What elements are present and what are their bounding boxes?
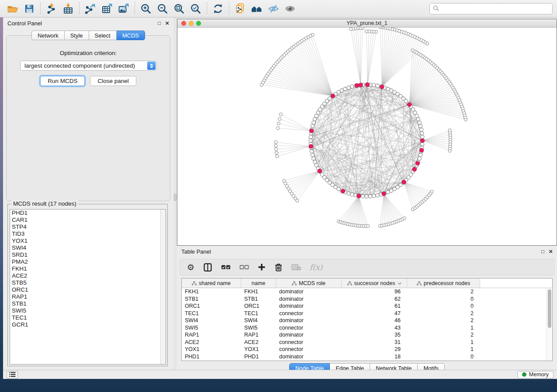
mcds-hub-node[interactable] xyxy=(331,94,335,98)
network-leaf-node[interactable] xyxy=(365,30,368,33)
network-node[interactable] xyxy=(309,135,312,139)
network-leaf-node[interactable] xyxy=(274,148,277,151)
deselect-all-columns-icon[interactable] xyxy=(239,262,249,272)
table-row[interactable]: FKH1FKH1dominator962 xyxy=(182,288,552,296)
mcds-hub-node[interactable] xyxy=(402,180,406,184)
cell-name[interactable]: TEC1 xyxy=(241,310,276,317)
mcds-result-item[interactable]: ORC1 xyxy=(10,286,166,293)
cell-filler[interactable] xyxy=(480,310,552,317)
create-column-button[interactable] xyxy=(258,262,266,272)
network-canvas[interactable] xyxy=(177,28,557,245)
cell-filler[interactable] xyxy=(480,324,552,332)
cell-shared-name[interactable]: SWI4 xyxy=(182,317,241,324)
network-node[interactable] xyxy=(419,124,422,128)
new-network-from-selection-button[interactable] xyxy=(232,2,249,16)
network-leaf-node[interactable] xyxy=(379,28,382,29)
cell-name[interactable]: ORC1 xyxy=(241,303,276,310)
network-node[interactable] xyxy=(313,160,317,164)
cell-successor-nodes[interactable]: 47 xyxy=(342,310,407,317)
cell-shared-name[interactable]: SWI5 xyxy=(182,324,241,332)
network-leaf-node[interactable] xyxy=(260,83,263,86)
cell-predecessor-nodes[interactable]: 2 xyxy=(407,317,480,324)
cell-successor-nodes[interactable]: 61 xyxy=(342,303,407,310)
mcds-hub-node[interactable] xyxy=(341,189,345,193)
table-row[interactable]: SWI4SWI4dominator462 xyxy=(182,317,552,324)
table-settings-gear-icon[interactable]: ⚙ xyxy=(187,262,194,272)
tab-mcds[interactable]: MCDS xyxy=(117,31,145,40)
mcds-hub-node[interactable] xyxy=(419,148,423,152)
network-leaf-node[interactable] xyxy=(430,190,433,193)
import-table-button[interactable] xyxy=(60,2,76,16)
mcds-result-item[interactable]: CAR1 xyxy=(10,217,166,224)
network-node[interactable] xyxy=(315,114,318,117)
cell-mcds-role[interactable]: dominator xyxy=(276,317,342,324)
cell-name[interactable]: SWI4 xyxy=(241,317,276,324)
cell-name[interactable]: YOX1 xyxy=(241,346,276,353)
cell-successor-nodes[interactable]: 96 xyxy=(342,288,407,296)
cell-filler[interactable] xyxy=(480,296,552,303)
mcds-result-item[interactable]: SRD1 xyxy=(10,251,166,258)
network-node[interactable] xyxy=(365,195,368,198)
table-row[interactable]: RAP1RAP1dominator352 xyxy=(182,331,552,339)
network-leaf-node[interactable] xyxy=(403,217,406,220)
network-node[interactable] xyxy=(416,117,420,121)
save-session-button[interactable] xyxy=(21,2,38,16)
cell-mcds-role[interactable]: connector xyxy=(276,346,342,353)
network-node[interactable] xyxy=(376,193,379,197)
hide-selected-button[interactable] xyxy=(265,2,282,16)
cell-shared-name[interactable]: FKH1 xyxy=(182,288,241,296)
mcds-hub-node[interactable] xyxy=(382,192,386,196)
search-input[interactable] xyxy=(429,3,553,14)
network-leaf-node[interactable] xyxy=(276,127,279,130)
home-button[interactable] xyxy=(249,2,265,16)
network-node[interactable] xyxy=(386,87,390,91)
table-row[interactable]: SWI5SWI5connector431 xyxy=(182,324,552,332)
mcds-hub-node[interactable] xyxy=(355,83,359,87)
table-scrollbar[interactable] xyxy=(547,288,551,361)
network-leaf-node[interactable] xyxy=(296,199,299,202)
table-row[interactable]: ORC1ORC1dominator610 xyxy=(182,303,552,310)
cell-filler[interactable] xyxy=(480,353,552,361)
network-leaf-node[interactable] xyxy=(277,122,280,125)
column-header-name[interactable]: name xyxy=(241,279,276,288)
cell-successor-nodes[interactable]: 29 xyxy=(342,346,407,353)
mcds-hub-node[interactable] xyxy=(412,167,416,171)
network-leaf-node[interactable] xyxy=(279,113,282,116)
cell-mcds-role[interactable]: connector xyxy=(276,310,342,317)
cell-predecessor-nodes[interactable]: 2 xyxy=(407,288,480,296)
cell-shared-name[interactable]: RAP1 xyxy=(182,331,241,339)
network-graph[interactable] xyxy=(177,28,557,245)
cell-shared-name[interactable]: YOX1 xyxy=(182,346,241,353)
network-leaf-node[interactable] xyxy=(276,155,279,158)
cell-predecessor-nodes[interactable]: 0 xyxy=(407,296,480,303)
cell-filler[interactable] xyxy=(480,339,552,346)
network-node[interactable] xyxy=(418,121,421,124)
cell-predecessor-nodes[interactable]: 1 xyxy=(407,324,480,332)
close-panel-icon[interactable]: × xyxy=(165,21,169,26)
cell-successor-nodes[interactable]: 35 xyxy=(342,331,407,339)
show-all-button[interactable] xyxy=(282,2,298,16)
cell-successor-nodes[interactable]: 31 xyxy=(342,339,407,346)
mcds-hub-node[interactable] xyxy=(309,129,313,133)
mcds-result-item[interactable]: YOX1 xyxy=(10,237,166,244)
mcds-hub-node[interactable] xyxy=(407,103,411,107)
network-node[interactable] xyxy=(390,89,393,92)
network-node[interactable] xyxy=(372,83,376,87)
network-titlebar[interactable]: YPA_prune.txt_1 xyxy=(177,19,557,28)
cell-filler[interactable] xyxy=(480,346,552,353)
network-leaf-node[interactable] xyxy=(411,49,414,52)
cell-name[interactable]: PHD1 xyxy=(241,353,276,361)
network-leaf-node[interactable] xyxy=(274,144,277,147)
cell-predecessor-nodes[interactable]: 0 xyxy=(407,353,480,361)
network-node[interactable] xyxy=(343,87,347,91)
cell-shared-name[interactable]: ORC1 xyxy=(182,303,241,310)
mcds-result-item[interactable]: GCR1 xyxy=(10,321,166,328)
mcds-hub-node[interactable] xyxy=(309,144,313,148)
cell-shared-name[interactable]: PHD1 xyxy=(182,353,241,361)
cell-filler[interactable] xyxy=(480,288,552,296)
run-mcds-button[interactable]: Run MCDS xyxy=(40,76,85,86)
export-network-button[interactable] xyxy=(82,2,99,16)
network-node[interactable] xyxy=(421,142,424,146)
mcds-result-item[interactable]: RAP1 xyxy=(10,293,166,300)
refresh-layout-button[interactable] xyxy=(210,2,226,16)
